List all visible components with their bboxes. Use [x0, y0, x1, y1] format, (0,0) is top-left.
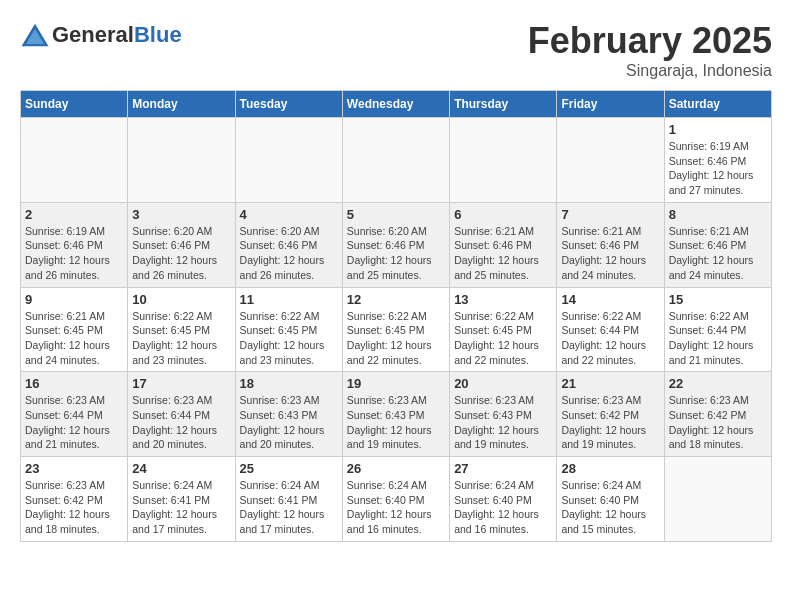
logo-blue: Blue: [134, 22, 182, 47]
day-detail: Sunrise: 6:23 AM Sunset: 6:42 PM Dayligh…: [669, 393, 767, 452]
day-detail: Sunrise: 6:23 AM Sunset: 6:44 PM Dayligh…: [25, 393, 123, 452]
calendar-cell: 8Sunrise: 6:21 AM Sunset: 6:46 PM Daylig…: [664, 202, 771, 287]
calendar-cell: 23Sunrise: 6:23 AM Sunset: 6:42 PM Dayli…: [21, 457, 128, 542]
weekday-header-monday: Monday: [128, 91, 235, 118]
day-detail: Sunrise: 6:22 AM Sunset: 6:45 PM Dayligh…: [454, 309, 552, 368]
calendar-cell: [342, 118, 449, 203]
weekday-header-thursday: Thursday: [450, 91, 557, 118]
calendar-cell: 7Sunrise: 6:21 AM Sunset: 6:46 PM Daylig…: [557, 202, 664, 287]
day-detail: Sunrise: 6:21 AM Sunset: 6:46 PM Dayligh…: [454, 224, 552, 283]
calendar-cell: [557, 118, 664, 203]
day-detail: Sunrise: 6:21 AM Sunset: 6:46 PM Dayligh…: [561, 224, 659, 283]
calendar-cell: 15Sunrise: 6:22 AM Sunset: 6:44 PM Dayli…: [664, 287, 771, 372]
day-detail: Sunrise: 6:22 AM Sunset: 6:45 PM Dayligh…: [347, 309, 445, 368]
day-number: 26: [347, 461, 445, 476]
weekday-header-sunday: Sunday: [21, 91, 128, 118]
page-header: GeneralBlue February 2025 Singaraja, Ind…: [20, 20, 772, 80]
day-detail: Sunrise: 6:22 AM Sunset: 6:44 PM Dayligh…: [669, 309, 767, 368]
calendar-table: SundayMondayTuesdayWednesdayThursdayFrid…: [20, 90, 772, 542]
calendar-cell: 17Sunrise: 6:23 AM Sunset: 6:44 PM Dayli…: [128, 372, 235, 457]
day-number: 13: [454, 292, 552, 307]
day-number: 27: [454, 461, 552, 476]
calendar-week-3: 9Sunrise: 6:21 AM Sunset: 6:45 PM Daylig…: [21, 287, 772, 372]
calendar-cell: [664, 457, 771, 542]
logo: GeneralBlue: [20, 20, 182, 50]
calendar-week-1: 1Sunrise: 6:19 AM Sunset: 6:46 PM Daylig…: [21, 118, 772, 203]
calendar-cell: 26Sunrise: 6:24 AM Sunset: 6:40 PM Dayli…: [342, 457, 449, 542]
day-detail: Sunrise: 6:23 AM Sunset: 6:44 PM Dayligh…: [132, 393, 230, 452]
calendar-cell: 11Sunrise: 6:22 AM Sunset: 6:45 PM Dayli…: [235, 287, 342, 372]
day-detail: Sunrise: 6:21 AM Sunset: 6:45 PM Dayligh…: [25, 309, 123, 368]
day-number: 1: [669, 122, 767, 137]
calendar-cell: [450, 118, 557, 203]
calendar-cell: 18Sunrise: 6:23 AM Sunset: 6:43 PM Dayli…: [235, 372, 342, 457]
day-number: 4: [240, 207, 338, 222]
calendar-cell: 1Sunrise: 6:19 AM Sunset: 6:46 PM Daylig…: [664, 118, 771, 203]
location-title: Singaraja, Indonesia: [528, 62, 772, 80]
day-number: 17: [132, 376, 230, 391]
calendar-cell: 21Sunrise: 6:23 AM Sunset: 6:42 PM Dayli…: [557, 372, 664, 457]
calendar-cell: 4Sunrise: 6:20 AM Sunset: 6:46 PM Daylig…: [235, 202, 342, 287]
day-number: 14: [561, 292, 659, 307]
calendar-cell: 3Sunrise: 6:20 AM Sunset: 6:46 PM Daylig…: [128, 202, 235, 287]
day-detail: Sunrise: 6:23 AM Sunset: 6:43 PM Dayligh…: [240, 393, 338, 452]
day-number: 24: [132, 461, 230, 476]
calendar-cell: 22Sunrise: 6:23 AM Sunset: 6:42 PM Dayli…: [664, 372, 771, 457]
day-number: 8: [669, 207, 767, 222]
weekday-header-friday: Friday: [557, 91, 664, 118]
day-number: 5: [347, 207, 445, 222]
day-detail: Sunrise: 6:19 AM Sunset: 6:46 PM Dayligh…: [25, 224, 123, 283]
day-detail: Sunrise: 6:19 AM Sunset: 6:46 PM Dayligh…: [669, 139, 767, 198]
day-detail: Sunrise: 6:23 AM Sunset: 6:43 PM Dayligh…: [454, 393, 552, 452]
calendar-cell: 5Sunrise: 6:20 AM Sunset: 6:46 PM Daylig…: [342, 202, 449, 287]
day-number: 12: [347, 292, 445, 307]
calendar-cell: [235, 118, 342, 203]
day-detail: Sunrise: 6:20 AM Sunset: 6:46 PM Dayligh…: [240, 224, 338, 283]
calendar-cell: 28Sunrise: 6:24 AM Sunset: 6:40 PM Dayli…: [557, 457, 664, 542]
day-number: 20: [454, 376, 552, 391]
day-detail: Sunrise: 6:24 AM Sunset: 6:40 PM Dayligh…: [561, 478, 659, 537]
day-detail: Sunrise: 6:23 AM Sunset: 6:42 PM Dayligh…: [25, 478, 123, 537]
day-detail: Sunrise: 6:22 AM Sunset: 6:45 PM Dayligh…: [240, 309, 338, 368]
calendar-body: 1Sunrise: 6:19 AM Sunset: 6:46 PM Daylig…: [21, 118, 772, 542]
day-number: 22: [669, 376, 767, 391]
calendar-cell: 6Sunrise: 6:21 AM Sunset: 6:46 PM Daylig…: [450, 202, 557, 287]
day-detail: Sunrise: 6:20 AM Sunset: 6:46 PM Dayligh…: [347, 224, 445, 283]
day-number: 7: [561, 207, 659, 222]
day-number: 2: [25, 207, 123, 222]
day-number: 15: [669, 292, 767, 307]
calendar-cell: 27Sunrise: 6:24 AM Sunset: 6:40 PM Dayli…: [450, 457, 557, 542]
day-detail: Sunrise: 6:24 AM Sunset: 6:41 PM Dayligh…: [240, 478, 338, 537]
title-block: February 2025 Singaraja, Indonesia: [528, 20, 772, 80]
day-number: 28: [561, 461, 659, 476]
day-detail: Sunrise: 6:22 AM Sunset: 6:44 PM Dayligh…: [561, 309, 659, 368]
calendar-cell: 9Sunrise: 6:21 AM Sunset: 6:45 PM Daylig…: [21, 287, 128, 372]
day-detail: Sunrise: 6:23 AM Sunset: 6:42 PM Dayligh…: [561, 393, 659, 452]
day-detail: Sunrise: 6:24 AM Sunset: 6:41 PM Dayligh…: [132, 478, 230, 537]
month-title: February 2025: [528, 20, 772, 62]
day-number: 10: [132, 292, 230, 307]
calendar-cell: 14Sunrise: 6:22 AM Sunset: 6:44 PM Dayli…: [557, 287, 664, 372]
day-detail: Sunrise: 6:20 AM Sunset: 6:46 PM Dayligh…: [132, 224, 230, 283]
calendar-week-5: 23Sunrise: 6:23 AM Sunset: 6:42 PM Dayli…: [21, 457, 772, 542]
day-detail: Sunrise: 6:24 AM Sunset: 6:40 PM Dayligh…: [347, 478, 445, 537]
day-detail: Sunrise: 6:24 AM Sunset: 6:40 PM Dayligh…: [454, 478, 552, 537]
logo-icon: [20, 20, 50, 50]
calendar-cell: 25Sunrise: 6:24 AM Sunset: 6:41 PM Dayli…: [235, 457, 342, 542]
calendar-header-row: SundayMondayTuesdayWednesdayThursdayFrid…: [21, 91, 772, 118]
calendar-cell: 20Sunrise: 6:23 AM Sunset: 6:43 PM Dayli…: [450, 372, 557, 457]
day-number: 18: [240, 376, 338, 391]
weekday-header-saturday: Saturday: [664, 91, 771, 118]
day-number: 21: [561, 376, 659, 391]
day-number: 9: [25, 292, 123, 307]
weekday-header-tuesday: Tuesday: [235, 91, 342, 118]
day-detail: Sunrise: 6:21 AM Sunset: 6:46 PM Dayligh…: [669, 224, 767, 283]
calendar-week-4: 16Sunrise: 6:23 AM Sunset: 6:44 PM Dayli…: [21, 372, 772, 457]
day-number: 6: [454, 207, 552, 222]
calendar-cell: 19Sunrise: 6:23 AM Sunset: 6:43 PM Dayli…: [342, 372, 449, 457]
calendar-cell: 24Sunrise: 6:24 AM Sunset: 6:41 PM Dayli…: [128, 457, 235, 542]
calendar-cell: 12Sunrise: 6:22 AM Sunset: 6:45 PM Dayli…: [342, 287, 449, 372]
logo-general: General: [52, 22, 134, 47]
calendar-cell: [21, 118, 128, 203]
calendar-cell: 13Sunrise: 6:22 AM Sunset: 6:45 PM Dayli…: [450, 287, 557, 372]
